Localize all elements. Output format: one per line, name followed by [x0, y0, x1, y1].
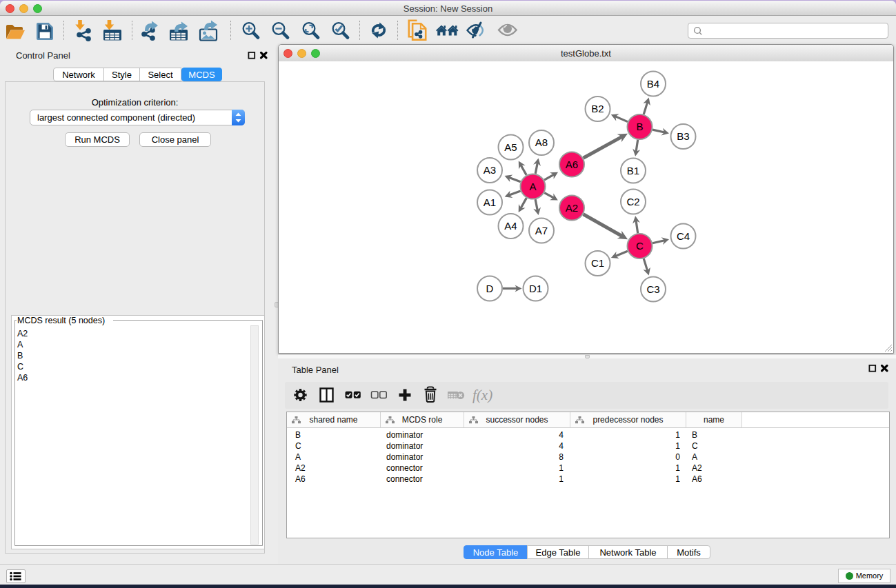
svg-text:B2: B2 — [591, 103, 604, 114]
svg-text:C4: C4 — [677, 230, 690, 242]
svg-text:A6: A6 — [566, 159, 578, 170]
svg-text:B4: B4 — [647, 78, 659, 90]
svg-text:B1: B1 — [627, 165, 639, 176]
svg-text:B3: B3 — [677, 130, 689, 142]
svg-text:C2: C2 — [626, 196, 639, 207]
svg-text:B: B — [636, 121, 643, 132]
svg-text:A2: A2 — [566, 202, 578, 214]
svg-text:A: A — [529, 181, 536, 192]
svg-text:D1: D1 — [529, 283, 542, 294]
svg-text:C: C — [636, 240, 644, 252]
svg-text:A5: A5 — [504, 141, 517, 153]
svg-text:D: D — [486, 283, 494, 294]
svg-text:f(x): f(x) — [472, 387, 492, 403]
svg-text:A7: A7 — [535, 225, 548, 236]
svg-text:A3: A3 — [484, 164, 496, 176]
svg-text:C3: C3 — [646, 283, 659, 295]
svg-text:A4: A4 — [504, 220, 517, 232]
svg-text:C1: C1 — [591, 257, 604, 269]
svg-text:A1: A1 — [484, 196, 496, 208]
svg-text:A8: A8 — [535, 136, 548, 148]
